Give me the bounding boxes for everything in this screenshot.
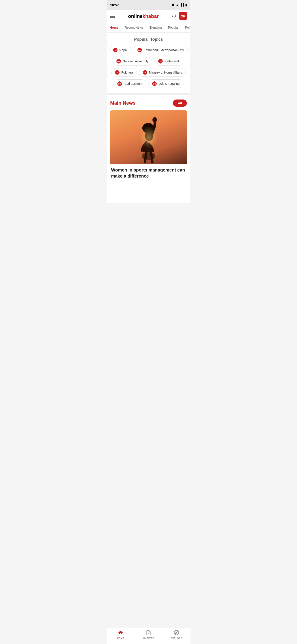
news-card-image xyxy=(110,110,187,164)
tab-trending[interactable]: Trending xyxy=(146,23,165,33)
logo-online: online xyxy=(128,14,143,19)
featured-news-card[interactable]: Women in sports management can make a di… xyxy=(110,110,187,181)
popular-topics-title: Popular Topics xyxy=(110,37,187,42)
svg-text:OK: OK xyxy=(181,14,186,18)
topic-nepal[interactable]: OK Nepal xyxy=(109,46,131,54)
app-header: onlinekhabar OK xyxy=(107,10,190,23)
svg-text:OK: OK xyxy=(153,83,156,85)
main-news-header: Main News All xyxy=(110,100,187,107)
main-news-title: Main News xyxy=(110,100,136,106)
home-nav-icon xyxy=(118,630,123,636)
svg-text:OK: OK xyxy=(117,60,120,62)
featured-article-title: Women in sports management can make a di… xyxy=(110,164,187,181)
logo-khabar: khabar xyxy=(143,14,159,19)
my-news-nav-icon xyxy=(146,630,151,636)
topic-kathmandu-metro[interactable]: OK Kathmandu Metropolitan City xyxy=(134,46,188,54)
menu-button[interactable] xyxy=(110,15,115,18)
svg-point-20 xyxy=(152,117,157,122)
camera-dot xyxy=(172,4,174,6)
tab-politics[interactable]: Politics xyxy=(182,23,190,33)
status-time: 10:57 xyxy=(110,3,119,7)
wifi-icon: ▲ xyxy=(176,3,179,7)
topic-ministry-home-affairs[interactable]: OK Ministry of Home Affairs xyxy=(139,68,186,77)
bottom-nav-my-news[interactable]: MY NEWS xyxy=(141,630,156,640)
topics-row-3: OK Pokhara OK Ministry of Home Affairs xyxy=(110,68,187,77)
svg-text:OK: OK xyxy=(118,83,121,85)
topics-row-2: OK National Assembly OK Kathmandu xyxy=(110,57,187,66)
notification-bell-icon[interactable] xyxy=(172,14,177,20)
bottom-nav-home[interactable]: HOME xyxy=(113,630,128,640)
svg-point-18 xyxy=(142,152,155,160)
silhouette-icon xyxy=(128,111,169,163)
topics-row-1: OK Nepal OK Kathmandu Metropolitan City xyxy=(110,46,187,54)
tab-popular[interactable]: Popular xyxy=(165,23,182,33)
header-actions: OK xyxy=(172,12,187,20)
signal-icon: ▐▐ xyxy=(180,3,184,6)
home-nav-label: HOME xyxy=(117,637,124,640)
topic-kathmandu[interactable]: OK Kathmandu xyxy=(154,57,184,66)
status-bar: 10:57 ▲ ▐▐ ▮ xyxy=(107,0,190,10)
all-news-button[interactable]: All xyxy=(173,100,187,107)
logo: onlinekhabar xyxy=(128,14,159,19)
explore-nav-icon xyxy=(174,630,179,636)
svg-text:OK: OK xyxy=(138,49,141,52)
topic-national-assembly[interactable]: OK National Assembly xyxy=(113,57,152,66)
bottom-navigation: HOME MY NEWS EXPLORE xyxy=(107,628,190,644)
explore-nav-label: EXPLORE xyxy=(171,637,182,640)
svg-text:OK: OK xyxy=(114,49,117,52)
topics-row-4: OK road accident OK gold smuggling xyxy=(110,80,187,88)
navigation-tabs: Home Recent News Trending Popular Politi… xyxy=(107,23,190,33)
tab-recent-news[interactable]: Recent News xyxy=(122,23,146,33)
ok-logo: OK xyxy=(179,12,187,20)
svg-text:OK: OK xyxy=(143,72,147,74)
my-news-nav-label: MY NEWS xyxy=(143,637,154,640)
svg-text:OK: OK xyxy=(116,72,119,74)
topic-road-accident[interactable]: OK road accident xyxy=(113,80,146,88)
svg-text:OK: OK xyxy=(159,60,162,62)
topic-gold-smuggling[interactable]: OK gold smuggling xyxy=(148,80,183,88)
status-icons: ▲ ▐▐ ▮ xyxy=(172,3,187,7)
main-content: Popular Topics OK Nepal OK Kathmandu Met… xyxy=(107,33,190,203)
battery-icon: ▮ xyxy=(185,3,187,7)
topics-grid: OK Nepal OK Kathmandu Metropolitan City … xyxy=(110,46,187,88)
svg-marker-25 xyxy=(175,632,177,634)
topic-pokhara[interactable]: OK Pokhara xyxy=(111,68,137,77)
section-divider xyxy=(107,93,190,95)
bottom-nav-explore[interactable]: EXPLORE xyxy=(169,630,184,640)
tab-home[interactable]: Home xyxy=(107,23,122,33)
